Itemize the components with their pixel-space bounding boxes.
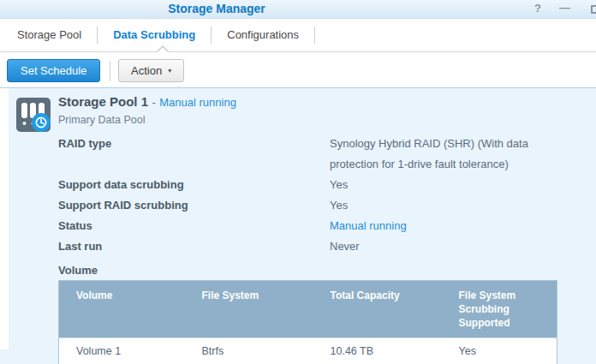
storage-pool-icon — [15, 97, 51, 133]
tab-storage-pool[interactable]: Storage Pool — [2, 19, 97, 51]
detail-value: Yes — [330, 195, 545, 216]
detail-label: RAID type — [58, 134, 330, 175]
cell-file-system: Btrfs — [185, 338, 313, 364]
detail-value: Never — [330, 236, 545, 257]
detail-label: Status — [58, 216, 330, 236]
help-icon[interactable]: ? — [534, 2, 541, 15]
pool-status-link[interactable]: Manual running — [159, 96, 236, 109]
tab-separator — [314, 27, 315, 44]
volume-section-heading: Volume — [58, 264, 98, 277]
maximize-icon[interactable] — [591, 5, 596, 14]
pool-title-line: Storage Pool 1 - Manual running — [58, 94, 236, 110]
tab-data-scrubbing[interactable]: Data Scrubbing — [98, 19, 211, 51]
toolbar-divider — [110, 61, 110, 81]
set-schedule-button[interactable]: Set Schedule — [7, 59, 100, 82]
column-header-total-capacity[interactable]: Total Capacity — [313, 281, 442, 338]
detail-row-raid-type: RAID type Synology Hybrid RAID (SHR) (Wi… — [58, 134, 555, 175]
tab-configurations[interactable]: Configurations — [212, 19, 314, 51]
column-header-volume[interactable]: Volume — [59, 281, 185, 338]
pool-name: Storage Pool 1 — [58, 94, 148, 109]
cell-fs-scrubbing-supported: Yes — [442, 338, 557, 364]
titlebar: Storage Manager ? — — [0, 0, 596, 19]
list-left-margin — [0, 88, 9, 349]
volume-table: Volume File System Total Capacity File S… — [58, 280, 557, 364]
action-button[interactable]: Action ▾ — [118, 59, 184, 82]
column-header-fs-scrubbing-supported[interactable]: File System Scrubbing Supported — [442, 281, 557, 338]
detail-value: Yes — [330, 175, 545, 195]
detail-label: Last run — [58, 236, 330, 257]
volume-table-header-row: Volume File System Total Capacity File S… — [59, 281, 557, 338]
detail-row-support-raid-scrubbing: Support RAID scrubbing Yes — [58, 195, 555, 216]
storage-manager-window: Storage Manager ? — Storage Pool Data Sc… — [0, 0, 596, 364]
detail-row-last-run: Last run Never — [58, 236, 555, 257]
active-tab-notch-inner — [158, 47, 168, 52]
action-button-label: Action — [131, 64, 162, 77]
pool-dash: - — [152, 96, 155, 109]
detail-value: Synology Hybrid RAID (SHR) (With data pr… — [330, 134, 545, 175]
detail-value-status-link[interactable]: Manual running — [330, 216, 545, 236]
minimize-icon[interactable]: — — [559, 1, 570, 14]
table-row[interactable]: Volume 1 Btrfs 10.46 TB Yes — [59, 338, 557, 364]
detail-row-support-data-scrubbing: Support data scrubbing Yes — [58, 175, 555, 195]
window-title: Storage Manager — [0, 2, 433, 15]
pool-subtitle: Primary Data Pool — [58, 114, 145, 126]
detail-label: Support RAID scrubbing — [58, 195, 330, 216]
cell-volume-name: Volume 1 — [59, 338, 185, 364]
toolbar: Set Schedule Action ▾ — [0, 53, 596, 88]
data-scrubbing-panel: Storage Pool 1 - Manual running Primary … — [0, 88, 596, 364]
chevron-down-icon: ▾ — [168, 67, 171, 75]
tab-bar: Storage Pool Data Scrubbing Configuratio… — [0, 19, 596, 52]
column-header-file-system[interactable]: File System — [185, 281, 313, 338]
pool-details: RAID type Synology Hybrid RAID (SHR) (Wi… — [58, 134, 555, 257]
detail-label: Support data scrubbing — [58, 175, 330, 195]
cell-total-capacity: 10.46 TB — [313, 338, 442, 364]
detail-row-status: Status Manual running — [58, 216, 555, 236]
